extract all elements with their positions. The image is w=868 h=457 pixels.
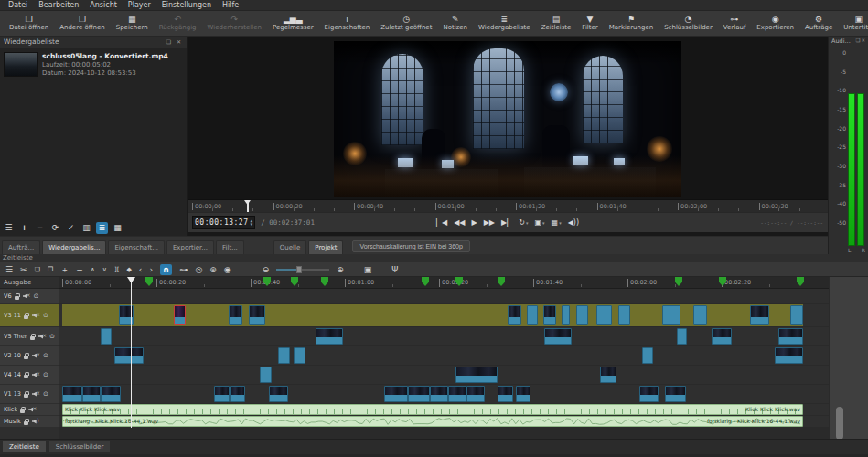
video-clip[interactable]	[448, 386, 466, 402]
timeline-marker[interactable]	[498, 277, 505, 286]
scrub-while-dragging-icon[interactable]: ⊶	[179, 264, 188, 275]
hide-icon[interactable]: ⊙	[43, 353, 48, 359]
add-icon[interactable]: +	[18, 222, 30, 234]
split-icon[interactable]: ][	[114, 264, 119, 275]
menu-ansicht[interactable]: Ansicht	[85, 0, 122, 11]
tab-auftr[interactable]: Aufträ...	[2, 240, 40, 254]
video-clip[interactable]	[775, 347, 803, 364]
playlist-item[interactable]: schluss05lang - Konvertiert.mp4 Laufzeit…	[4, 52, 183, 78]
video-clip[interactable]	[693, 305, 707, 325]
lift-icon[interactable]: ∧	[91, 264, 95, 275]
video-clip[interactable]	[642, 347, 653, 364]
markers-button[interactable]: ⚑Markierungen	[604, 12, 659, 36]
video-clip[interactable]	[455, 367, 498, 383]
ripple-markers-icon[interactable]: ◉	[224, 264, 231, 275]
video-clip[interactable]	[562, 305, 570, 325]
video-clip[interactable]	[662, 305, 680, 325]
overwrite-icon[interactable]: ∨	[102, 264, 107, 275]
audio-meter-button[interactable]: ▂▅▃Pegelmesser	[267, 12, 319, 36]
video-clip[interactable]	[260, 367, 272, 383]
track-lane-v5[interactable]	[59, 327, 829, 345]
next-marker-icon[interactable]: ›	[149, 264, 153, 275]
lock-icon[interactable]	[24, 419, 29, 425]
history-button[interactable]: ⊶Verlauf	[718, 12, 752, 36]
hide-icon[interactable]: ⊙	[34, 293, 39, 300]
tab-exportier[interactable]: Exportier...	[166, 240, 214, 254]
hide-icon[interactable]: ⊙	[43, 372, 48, 378]
ripple-delete-icon[interactable]: −	[76, 264, 83, 275]
video-clip[interactable]	[778, 328, 803, 345]
video-clip[interactable]	[712, 328, 732, 345]
playlist-header-icons[interactable]: ❏ ✕	[166, 37, 183, 48]
save-button[interactable]: ▦Speichern	[111, 12, 154, 36]
video-clip[interactable]	[82, 386, 101, 402]
timeline-marker[interactable]	[321, 277, 328, 286]
hide-icon[interactable]: ⊙	[43, 391, 48, 398]
video-clip[interactable]	[527, 305, 538, 325]
audio-clip[interactable]: fortklang - Klick Klick 16-44,1.wavfortk…	[62, 416, 803, 427]
preview-scaling-notice[interactable]: Vorschauskalierung ist EIN bei 360p	[352, 240, 469, 252]
lock-icon[interactable]	[24, 313, 29, 319]
video-clip[interactable]	[214, 386, 230, 402]
video-clip[interactable]	[665, 386, 686, 402]
timeline-vertical-scrollbar[interactable]	[836, 407, 843, 439]
timecode-spinner[interactable]: ▲▼	[250, 219, 252, 227]
lock-icon[interactable]	[15, 293, 20, 300]
video-clip[interactable]	[294, 347, 305, 364]
video-clip[interactable]	[384, 386, 408, 402]
in-out-caret-icon[interactable]: ▾	[542, 220, 545, 226]
recent-button[interactable]: ◷Zuletzt geöffnet	[375, 12, 437, 36]
snap-icon[interactable]: ∩	[160, 264, 172, 275]
mute-icon[interactable]	[32, 313, 40, 319]
fast-forward-button[interactable]: ▶▶	[484, 218, 495, 227]
timecode-field[interactable]: 00:00:13:27 ▲▼	[192, 216, 255, 229]
video-clip[interactable]	[101, 328, 112, 345]
player-playhead-cap[interactable]	[244, 200, 251, 205]
audio-clip[interactable]: Klick Klick Klick.wavKlick Klick Klick.w…	[62, 404, 803, 415]
video-clip[interactable]	[543, 305, 556, 325]
grid-button[interactable]: ▦▾	[552, 218, 562, 227]
video-clip[interactable]	[516, 386, 530, 402]
zoom-slider-handle[interactable]	[296, 266, 302, 273]
track-lane-v1[interactable]	[59, 385, 829, 403]
bottom-tab-zeitleiste[interactable]: Zeitleiste	[2, 441, 47, 453]
video-clip[interactable]	[269, 386, 288, 402]
filter-button[interactable]: ▼Filter	[576, 12, 603, 36]
subtitles-button[interactable]: ▣Untertitel	[838, 12, 868, 36]
prev-marker-icon[interactable]: ‹	[139, 264, 143, 275]
properties-button[interactable]: iEigenschaften	[319, 12, 376, 36]
video-clip[interactable]	[278, 347, 290, 364]
volume-button[interactable]: ◀))	[568, 218, 579, 227]
zoom-fit-icon[interactable]: ▣	[364, 264, 372, 275]
playlist-button[interactable]: ≣Wiedergabeliste	[473, 12, 536, 36]
video-clip[interactable]	[114, 347, 144, 364]
timeline-marker[interactable]	[797, 277, 804, 286]
timeline-button[interactable]: ▤Zeitleiste	[536, 12, 577, 36]
track-lane-musik[interactable]: fortklang - Klick Klick 16-44,1.wavfortk…	[59, 416, 829, 427]
selected-video-clip[interactable]	[174, 305, 186, 325]
lock-icon[interactable]	[24, 391, 29, 398]
skip-start-button[interactable]: ▏◀	[436, 218, 447, 227]
mute-icon[interactable]	[38, 334, 47, 340]
mute-icon[interactable]	[28, 407, 37, 413]
track-header-v5[interactable]: V5 Thema⊙	[0, 327, 59, 345]
loop-button[interactable]: ↻▾	[519, 218, 528, 227]
bottom-tab-schlüsselbilder[interactable]: Schlüsselbilder	[48, 441, 112, 453]
hide-icon[interactable]: ⊙	[43, 313, 48, 319]
video-clip[interactable]	[229, 305, 242, 325]
track-header-v4[interactable]: V4 14⊙	[0, 366, 59, 384]
video-clip[interactable]	[408, 386, 430, 402]
track-header-v1[interactable]: V1 13⊙	[0, 385, 59, 403]
menu-datei[interactable]: Datei	[4, 0, 32, 11]
tab-filt[interactable]: Filt...	[216, 240, 244, 254]
tab-quelle[interactable]: Quelle	[273, 240, 306, 254]
video-clip[interactable]	[677, 328, 687, 345]
track-header-v6[interactable]: V6⊙	[0, 289, 59, 303]
menu-icon[interactable]: ☰	[5, 264, 13, 275]
export-button[interactable]: ◉Exportieren	[751, 12, 799, 36]
timeline-marker[interactable]	[422, 277, 429, 286]
video-clip[interactable]	[230, 386, 245, 402]
notes-button[interactable]: ✎Notizen	[437, 12, 473, 36]
copy-icon[interactable]: ❏	[35, 264, 40, 275]
video-clip[interactable]	[249, 305, 265, 325]
